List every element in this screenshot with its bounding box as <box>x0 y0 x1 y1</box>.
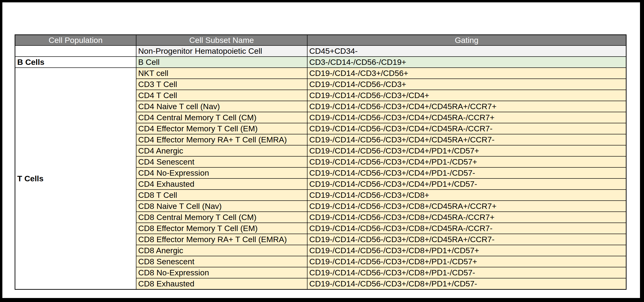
subset-cell: CD4 Effector Memory RA+ T Cell (EMRA) <box>136 134 307 145</box>
subset-cell: CD4 Central Memory T Cell (CM) <box>136 112 307 123</box>
gating-cell: CD19-/CD14-/CD56-/CD3+/CD4+ <box>307 90 626 101</box>
subset-cell: CD8 Effector Memory RA+ T Cell (EMRA) <box>136 234 307 245</box>
gating-cell: CD19-/CD14-/CD56-/CD3+/CD8+/CD45RA+/CCR7… <box>307 201 626 212</box>
subset-cell: CD8 Senescent <box>136 256 307 267</box>
gating-cell: CD19-/CD14-/CD56-/CD3+/CD4+/CD45RA+/CCR7… <box>307 101 626 112</box>
subset-cell: CD8 No-Expression <box>136 267 307 278</box>
subset-cell: CD8 Exhausted <box>136 278 307 290</box>
subset-cell: CD4 Effector Memory T Cell (EM) <box>136 123 307 134</box>
gating-cell: CD19-/CD14-/CD56-/CD3+/CD8+/PD1+/CD57+ <box>307 245 626 256</box>
subset-cell: CD4 Naive T cell (Nav) <box>136 101 307 112</box>
gating-cell: CD19-/CD14-/CD56-/CD3+/CD8+/PD1+/CD57- <box>307 278 626 290</box>
gating-cell: CD19-/CD14-/CD56-/CD3+/CD4+/CD45RA-/CCR7… <box>307 112 626 123</box>
gating-cell: CD19-/CD14-/CD56-/CD3+/CD8+/PD1-/CD57+ <box>307 256 626 267</box>
subset-cell: B Cell <box>136 57 307 68</box>
gating-cell: CD19-/CD14-/CD56-/CD3+/CD8+/CD45RA+/CCR7… <box>307 234 626 245</box>
gating-cell: CD19-/CD14-/CD56-/CD3+/CD4+/PD1+/CD57+ <box>307 145 626 156</box>
gating-cell: CD19-/CD14-/CD56-/CD3+/CD8+/CD45RA-/CCR7… <box>307 212 626 223</box>
gating-cell: CD45+CD34- <box>307 45 626 57</box>
gating-cell: CD19-/CD14-/CD56-/CD3+/CD4+/CD45RA-/CCR7… <box>307 123 626 134</box>
cell-subset-gating-table: Cell Population Cell Subset Name Gating … <box>15 34 626 290</box>
gating-cell: CD19-/CD14-/CD3+/CD56+ <box>307 68 626 79</box>
subset-cell: CD4 T Cell <box>136 90 307 101</box>
subset-cell: CD8 T Cell <box>136 190 307 201</box>
table-row: B CellsB CellCD3-/CD14-/CD56-/CD19+ <box>15 57 626 68</box>
population-cell: B Cells <box>15 57 136 68</box>
table-row: T CellsNKT cellCD19-/CD14-/CD3+/CD56+ <box>15 68 626 79</box>
table-body: Non-Progenitor Hematopoietic CellCD45+CD… <box>15 45 626 290</box>
gating-cell: CD19-/CD14-/CD56-/CD3+/CD8+/CD45RA-/CCR7… <box>307 223 626 234</box>
gating-cell: CD19-/CD14-/CD56-/CD3+/CD4+/PD1+/CD57- <box>307 178 626 190</box>
subset-cell: CD3 T Cell <box>136 79 307 90</box>
gating-cell: CD19-/CD14-/CD56-/CD3+/CD4+/CD45RA+/CCR7… <box>307 134 626 145</box>
col-header-gating: Gating <box>307 35 626 46</box>
subset-cell: CD8 Central Memory T Cell (CM) <box>136 212 307 223</box>
population-cell: T Cells <box>15 68 136 290</box>
subset-cell: CD4 No-Expression <box>136 167 307 178</box>
table-header: Cell Population Cell Subset Name Gating <box>15 35 626 46</box>
header-row: Cell Population Cell Subset Name Gating <box>15 35 626 46</box>
population-cell <box>15 45 136 57</box>
gating-cell: CD19-/CD14-/CD56-/CD3+/CD4+/PD1-/CD57+ <box>307 156 626 167</box>
subset-cell: CD4 Senescent <box>136 156 307 167</box>
gating-cell: CD19-/CD14-/CD56-/CD3+ <box>307 79 626 90</box>
gating-cell: CD3-/CD14-/CD56-/CD19+ <box>307 57 626 68</box>
subset-cell: CD4 Exhausted <box>136 178 307 190</box>
subset-cell: Non-Progenitor Hematopoietic Cell <box>136 45 307 57</box>
col-header-cell-population: Cell Population <box>15 35 136 46</box>
subset-cell: CD8 Anergic <box>136 245 307 256</box>
gating-cell: CD19-/CD14-/CD56-/CD3+/CD4+/PD1-/CD57- <box>307 167 626 178</box>
gating-cell: CD19-/CD14-/CD56-/CD3+/CD8+/PD1-/CD57- <box>307 267 626 278</box>
page-frame: Cell Population Cell Subset Name Gating … <box>0 0 644 302</box>
gating-cell: CD19-/CD14-/CD56-/CD3+/CD8+ <box>307 190 626 201</box>
subset-cell: CD8 Effector Memory T Cell (EM) <box>136 223 307 234</box>
subset-cell: CD4 Anergic <box>136 145 307 156</box>
col-header-cell-subset-name: Cell Subset Name <box>136 35 307 46</box>
subset-cell: NKT cell <box>136 68 307 79</box>
subset-cell: CD8 Naive T Cell (Nav) <box>136 201 307 212</box>
table-row: Non-Progenitor Hematopoietic CellCD45+CD… <box>15 45 626 57</box>
